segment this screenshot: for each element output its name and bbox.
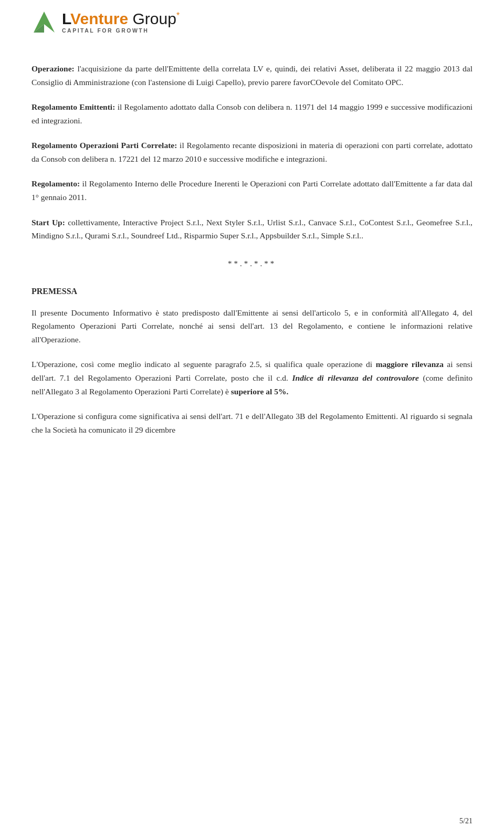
logo-l: L: [62, 10, 70, 27]
premessa-paragraph-1: Il presente Documento Informativo è stat…: [32, 306, 472, 347]
premessa-p2-italic-bold: Indice di rilevanza del controvalore: [292, 373, 419, 382]
regolamento-text: il Regolamento Interno delle Procedure I…: [32, 179, 472, 202]
startup-text: collettivamente, Interactive Project S.r…: [32, 218, 472, 240]
logo-text-block: LVenture Group* CAPITAL FOR GROWTH: [62, 11, 180, 34]
premessa-p2-bold2: superiore al 5%.: [231, 387, 289, 396]
paragraph-regolamento-emittenti: Regolamento Emittenti: il Regolamento ad…: [32, 100, 472, 127]
premessa-p2-start: L'Operazione, così come meglio indicato …: [32, 360, 376, 369]
reg-operazioni-label: Regolamento Operazioni Parti Correlate:: [32, 141, 177, 150]
separator: **.*.*.**: [32, 257, 472, 270]
regolamento-label: Regolamento:: [32, 179, 80, 188]
header: LVenture Group* CAPITAL FOR GROWTH: [32, 0, 472, 41]
logo-group: Group: [133, 10, 176, 27]
premessa-paragraph-2: L'Operazione, così come meglio indicato …: [32, 358, 472, 398]
logo-star: *: [176, 11, 180, 20]
startup-label: Start Up:: [32, 218, 65, 227]
paragraph-regolamento-operazioni: Regolamento Operazioni Parti Correlate: …: [32, 139, 472, 165]
operazione-label: Operazione:: [32, 64, 75, 73]
reg-emittenti-label: Regolamento Emittenti:: [32, 102, 115, 111]
logo-venture: Venture: [70, 10, 128, 27]
premessa-heading: PREMESSA: [32, 285, 472, 298]
page-number: 5/21: [459, 817, 472, 825]
paragraph-operazione: Operazione: l'acquisizione da parte dell…: [32, 62, 472, 89]
page-container: LVenture Group* CAPITAL FOR GROWTH Opera…: [0, 0, 504, 838]
main-content: Operazione: l'acquisizione da parte dell…: [32, 62, 472, 436]
paragraph-startup: Start Up: collettivamente, Interactive P…: [32, 216, 472, 243]
operazione-text: l'acquisizione da parte dell'Emittente d…: [32, 64, 472, 87]
logo-area: LVenture Group* CAPITAL FOR GROWTH: [32, 9, 472, 35]
premessa-paragraph-3: L'Operazione si configura come significa…: [32, 410, 472, 436]
logo-icon: [32, 9, 57, 35]
premessa-p2-bold: maggiore rilevanza: [376, 360, 444, 369]
paragraph-regolamento: Regolamento: il Regolamento Interno dell…: [32, 177, 472, 204]
logo-tagline: CAPITAL FOR GROWTH: [62, 27, 180, 34]
logo-main-line: LVenture Group*: [62, 11, 180, 27]
page-footer: 5/21: [459, 817, 472, 825]
